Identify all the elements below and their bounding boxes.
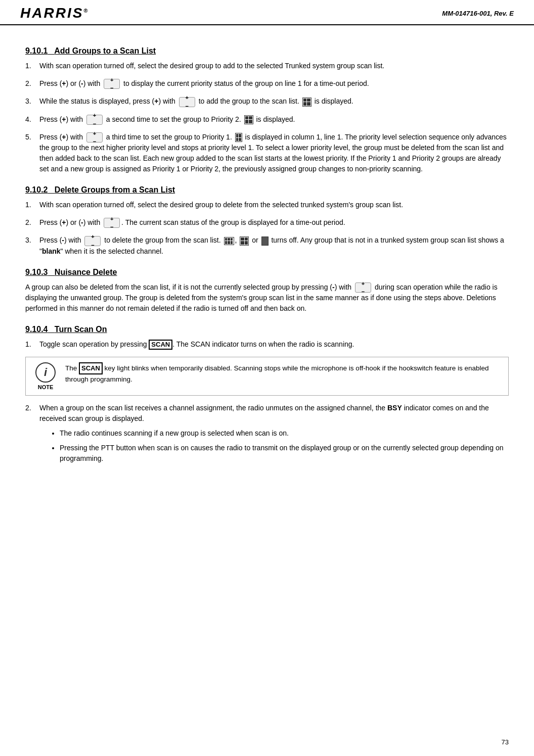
info-icon: i: [35, 362, 56, 383]
grid2-icon: [235, 133, 242, 142]
plus-minus-icon: +−: [104, 79, 120, 89]
section-9104-list-2: When a group on the scan list receives a…: [25, 403, 509, 468]
page-number: 73: [502, 738, 509, 746]
section-heading-9101: 9.10.1 Add Groups to a Scan List: [25, 46, 509, 56]
list-item: Press (-) with +− to delete the group fr…: [25, 235, 509, 256]
plus-minus-icon: +−: [86, 115, 103, 125]
list-item: When a group on the scan list receives a…: [25, 403, 509, 468]
list-item: Toggle scan operation by pressing SCAN. …: [25, 339, 509, 350]
section-title-9102: Delete Groups from a Scan List: [55, 185, 175, 194]
list-item: With scan operation turned off, select t…: [25, 61, 509, 71]
section-heading-9103: 9.10.3 Nuisance Delete: [25, 268, 509, 277]
note-icon-wrapper: i NOTE: [33, 362, 58, 390]
list-item: Press (+) or (-) with +− to display the …: [25, 78, 509, 89]
list-item: Press (+) or (-) with +−. The current sc…: [25, 217, 509, 228]
page-footer: 73: [502, 738, 509, 746]
section-title-9104: Turn Scan On: [55, 325, 107, 334]
list-item: While the status is displayed, press (+)…: [25, 96, 509, 107]
grid1-icon: [261, 237, 269, 246]
note-label: NOTE: [38, 384, 54, 390]
note-box: i NOTE The SCAN key light blinks when te…: [25, 357, 509, 396]
plus-minus-icon: +−: [179, 97, 195, 107]
list-item: Press (+) with +− a second time to set t…: [25, 114, 509, 125]
list-item: With scan operation turned off, select t…: [25, 200, 509, 210]
section-9103-body: A group can also be deleted from the sca…: [25, 282, 509, 314]
list-item-content: Press (-) with +− to delete the group fr…: [39, 235, 509, 256]
list-item-content: While the status is displayed, press (+)…: [39, 96, 509, 107]
section-9102-list: With scan operation turned off, select t…: [25, 200, 509, 257]
bullet-list: The radio continues scanning if a new gr…: [39, 428, 509, 464]
scan-keyword: SCAN: [149, 340, 172, 350]
grid4-icon: [244, 115, 253, 124]
list-item-content: Press (+) with +− a second time to set t…: [39, 114, 509, 125]
section-number-9104: 9.10.4: [25, 325, 48, 334]
section-heading-9102: 9.10.2 Delete Groups from a Scan List: [25, 185, 509, 195]
plus-minus-icon: +−: [86, 132, 103, 143]
section-number-9102: 9.10.2: [25, 185, 48, 194]
section-number-9101: 9.10.1: [25, 46, 48, 55]
section-number-9103: 9.10.3: [25, 268, 48, 276]
plus-minus-icon: +−: [104, 218, 120, 228]
list-item-content: When a group on the scan list receives a…: [39, 403, 509, 468]
list-item-content: With scan operation turned off, select t…: [39, 61, 509, 71]
list-item: Press (+) with +− a third time to set th…: [25, 132, 509, 174]
page-content: 9.10.1 Add Groups to a Scan List With sc…: [0, 25, 534, 495]
note-text-content: The SCAN key light blinks when temporari…: [65, 362, 501, 385]
list-item-content: Press (+) with +− a third time to set th…: [39, 132, 509, 174]
grid4-icon: [302, 98, 312, 107]
list-item-content: Toggle scan operation by pressing SCAN. …: [39, 339, 509, 350]
doc-reference: MM-014716-001, Rev. E: [442, 10, 514, 17]
list-item-content: Press (+) or (-) with +−. The current sc…: [39, 217, 509, 228]
page-header: HARRIS® MM-014716-001, Rev. E: [0, 0, 534, 25]
grid4-icon: [240, 237, 249, 246]
grid6-icon: [224, 237, 234, 245]
section-9101-list: With scan operation turned off, select t…: [25, 61, 509, 174]
list-item: The radio continues scanning if a new gr…: [60, 428, 509, 439]
list-item-content: With scan operation turned off, select t…: [39, 200, 509, 210]
trademark-symbol: ®: [83, 8, 89, 14]
scan-keyword-note: SCAN: [79, 362, 103, 374]
list-item: Pressing the PTT button when scan is on …: [60, 443, 509, 464]
section-heading-9104: 9.10.4 Turn Scan On: [25, 325, 509, 334]
harris-logo: HARRIS®: [20, 5, 89, 21]
section-title-9101: Add Groups to a Scan List: [54, 46, 156, 55]
section-title-9103: Nuisance Delete: [55, 268, 117, 276]
plus-minus-icon: +−: [84, 236, 101, 246]
section-9104-list: Toggle scan operation by pressing SCAN. …: [25, 339, 509, 350]
plus-minus-icon: +−: [355, 282, 371, 293]
list-item-content: Press (+) or (-) with +− to display the …: [39, 78, 509, 89]
